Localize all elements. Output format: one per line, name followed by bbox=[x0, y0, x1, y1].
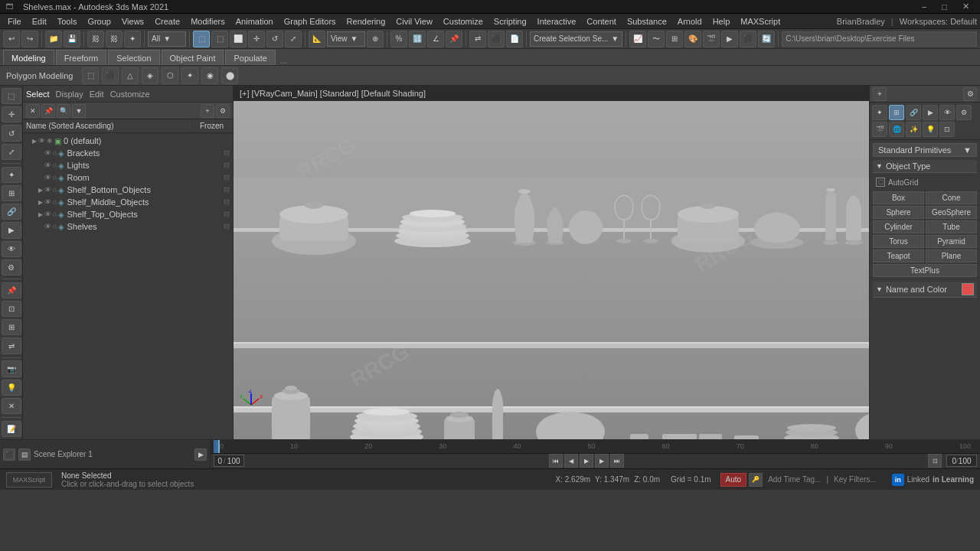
time-tag[interactable]: Add Time Tag... bbox=[768, 475, 821, 484]
lt-snap-btn[interactable]: 📌 bbox=[2, 282, 21, 298]
vis-icon-shelves[interactable]: 👁 bbox=[44, 223, 51, 230]
lt-create-btn[interactable]: ✦ bbox=[2, 167, 21, 183]
menu-customize[interactable]: Customize bbox=[439, 14, 488, 29]
exp-close-btn[interactable]: ✕ bbox=[26, 104, 40, 118]
lt-light-btn[interactable]: 💡 bbox=[2, 380, 21, 396]
save-file-btn[interactable]: 💾 bbox=[64, 31, 80, 47]
lt-utilities-btn[interactable]: ⚙ bbox=[2, 259, 21, 276]
vis-icon-shelf-middle[interactable]: 👁 bbox=[44, 198, 51, 206]
ot-box-btn[interactable]: Box bbox=[873, 191, 924, 204]
tree-item-room[interactable]: ▶ 👁 ○ ◈ Room ⊟ bbox=[23, 171, 233, 184]
tree-item-shelf-middle[interactable]: ▶ 👁 ○ ◈ Shelf_Middle_Objects ⊟ bbox=[23, 196, 233, 208]
primitives-dropdown[interactable]: Standard Primitives ▼ bbox=[873, 143, 977, 157]
subtab-customize[interactable]: Customize bbox=[110, 90, 150, 99]
select-region-btn[interactable]: ⬚ bbox=[211, 31, 228, 47]
redo-btn[interactable]: ↪ bbox=[21, 31, 38, 47]
tree-item-shelves[interactable]: ▶ 👁 ○ ◈ Shelves ⊟ bbox=[23, 220, 233, 233]
lt-array-btn[interactable]: ⊞ bbox=[2, 319, 21, 335]
close-btn[interactable]: ✕ bbox=[958, 2, 974, 11]
exp-add-btn[interactable]: + bbox=[201, 104, 214, 118]
rp-render-tab[interactable]: 🎬 bbox=[872, 122, 887, 137]
ot-textplus-btn[interactable]: TextPlus bbox=[873, 264, 977, 277]
menu-maxscript[interactable]: Help bbox=[708, 14, 735, 29]
menu-create[interactable]: Create bbox=[150, 14, 185, 29]
pm-btn1[interactable]: ⬚ bbox=[82, 67, 99, 84]
rp-modify-tab[interactable]: ⊞ bbox=[889, 105, 904, 120]
lt-helper-btn[interactable]: ✕ bbox=[2, 398, 21, 414]
timeline-scrubber[interactable]: 0 10 20 30 40 50 60 70 80 90 100 bbox=[211, 440, 980, 454]
tree-item-shelf-bottom[interactable]: ▶ 👁 ○ ◈ Shelf_Bottom_Objects ⊟ bbox=[23, 184, 233, 196]
rp-create-tab[interactable]: ✦ bbox=[872, 105, 887, 120]
render-frame-btn[interactable]: ▶ bbox=[721, 31, 738, 47]
menu-civil-view[interactable]: Civil View bbox=[391, 14, 436, 29]
pm-btn2[interactable]: ⬛ bbox=[102, 67, 119, 84]
rp-env-tab[interactable]: 🌐 bbox=[889, 122, 904, 137]
unlink-btn[interactable]: ⛓ bbox=[106, 31, 122, 47]
vis-icon-room[interactable]: 👁 bbox=[44, 174, 51, 181]
menu-content[interactable]: Content bbox=[582, 14, 621, 29]
rp-plus-btn[interactable]: + bbox=[873, 87, 887, 101]
lt-spacing-btn[interactable]: ⊡ bbox=[2, 301, 21, 317]
rotate-btn[interactable]: ↺ bbox=[266, 31, 283, 47]
align-btn[interactable]: ⬛ bbox=[488, 31, 505, 47]
exp-pin-btn[interactable]: 📌 bbox=[41, 104, 55, 118]
expand-default-arrow[interactable]: ▶ bbox=[32, 138, 37, 145]
autogrid-checkbox[interactable]: ☐ bbox=[876, 178, 885, 187]
se-footer-sort-btn[interactable]: ▤ bbox=[18, 448, 31, 461]
menu-rendering[interactable]: Rendering bbox=[342, 14, 390, 29]
spinner-snap-btn[interactable]: 🔢 bbox=[409, 31, 426, 47]
color-swatch[interactable] bbox=[962, 283, 974, 295]
pm-btn8[interactable]: ⬤ bbox=[221, 67, 238, 84]
rp-fx-tab[interactable]: ✨ bbox=[906, 122, 921, 137]
expand-shelf-top-arrow[interactable]: ▶ bbox=[38, 211, 43, 218]
lt-hierarchy-btn[interactable]: 🔗 bbox=[2, 204, 21, 220]
lt-modify-btn[interactable]: ⊞ bbox=[2, 185, 21, 201]
prev-frame-btn[interactable]: ◀ bbox=[564, 454, 578, 468]
ot-pyramid-btn[interactable]: Pyramid bbox=[926, 235, 977, 248]
set-key-btn[interactable]: 🔑 bbox=[749, 473, 763, 487]
menu-file[interactable]: File bbox=[3, 14, 26, 29]
minimize-btn[interactable]: − bbox=[917, 2, 931, 11]
play-btn[interactable]: ▶ bbox=[580, 454, 593, 468]
subtab-select[interactable]: Select bbox=[26, 90, 50, 99]
tab-modeling[interactable]: Modeling bbox=[3, 50, 54, 65]
tab-freeform[interactable]: Freeform bbox=[56, 50, 107, 65]
menu-modifiers[interactable]: Modifiers bbox=[186, 14, 230, 29]
ot-torus-btn[interactable]: Torus bbox=[873, 235, 924, 248]
percent-snap-btn[interactable]: % bbox=[390, 31, 407, 47]
lt-note-btn[interactable]: 📝 bbox=[2, 421, 21, 437]
move-btn[interactable]: ✛ bbox=[248, 31, 265, 47]
exp-filter-btn[interactable]: ▼ bbox=[72, 104, 86, 118]
create-selection-dropdown[interactable]: Create Selection Se...▼ bbox=[530, 31, 622, 47]
se-footer-expand-btn[interactable]: ▶ bbox=[194, 448, 207, 461]
lt-scale-btn[interactable]: ⤢ bbox=[2, 144, 21, 160]
pm-btn3[interactable]: △ bbox=[122, 67, 139, 84]
lt-display-btn[interactable]: 👁 bbox=[2, 241, 21, 257]
tab-populate[interactable]: Populate bbox=[225, 50, 275, 65]
mirror-btn[interactable]: ⇌ bbox=[469, 31, 486, 47]
rp-display-tab[interactable]: 👁 bbox=[939, 105, 955, 120]
menu-substance[interactable]: Substance bbox=[622, 14, 671, 29]
schematic-view-btn[interactable]: ⊞ bbox=[666, 31, 683, 47]
window-crossing-btn[interactable]: ⬜ bbox=[230, 31, 247, 47]
tab-selection[interactable]: Selection bbox=[108, 50, 159, 65]
rp-motion-tab[interactable]: ▶ bbox=[923, 105, 938, 120]
menu-help[interactable]: MAXScript bbox=[736, 14, 785, 29]
select-btn[interactable]: ⬚ bbox=[193, 31, 210, 47]
lt-camera-btn[interactable]: 📷 bbox=[2, 360, 21, 377]
exp-search-btn[interactable]: 🔍 bbox=[57, 104, 70, 118]
link-btn[interactable]: ⛓ bbox=[87, 31, 104, 47]
rp-utilities-tab[interactable]: ⚙ bbox=[956, 105, 972, 120]
frame-counter[interactable]: 0 / 100 bbox=[214, 455, 244, 467]
layer-manager-btn[interactable]: 📄 bbox=[506, 31, 523, 47]
viewport-canvas[interactable]: RRCG 人人素材 RRCG RRCG 人人素材 RRCG bbox=[234, 86, 869, 439]
pm-btn4[interactable]: ◈ bbox=[142, 67, 158, 84]
menu-views[interactable]: Views bbox=[117, 14, 149, 29]
pm-btn5[interactable]: ⬡ bbox=[162, 67, 178, 84]
subtab-edit[interactable]: Edit bbox=[90, 90, 104, 99]
key-mode-btn[interactable]: ⊡ bbox=[928, 454, 942, 468]
bind-spacewarp-btn[interactable]: ✦ bbox=[124, 31, 141, 47]
graph-editor-btn[interactable]: 📈 bbox=[629, 31, 646, 47]
ot-tube-btn[interactable]: Tube bbox=[926, 220, 977, 233]
filter-dropdown[interactable]: All▼ bbox=[148, 31, 186, 47]
